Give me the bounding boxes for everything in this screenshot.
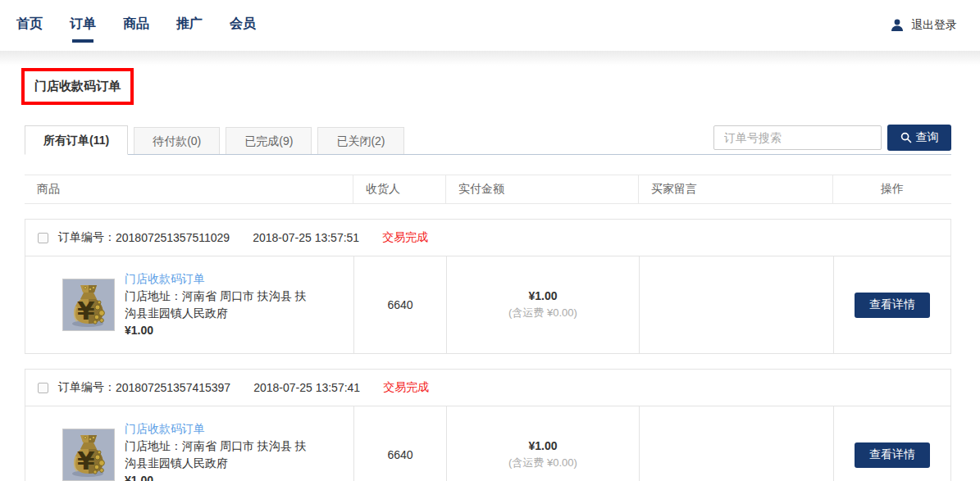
tabs-row: 所有订单(11) 待付款(0) 已完成(9) 已关闭(2) 查询 (25, 125, 951, 155)
action-cell: 查看详情 (833, 256, 950, 353)
active-underline (72, 39, 93, 43)
nav-item-products[interactable]: 商品 (123, 11, 149, 41)
order-search-input[interactable] (713, 125, 882, 150)
tab-pending-payment[interactable]: 待付款(0) (134, 127, 220, 154)
money-bag-icon: ¥ (63, 429, 114, 480)
top-header: 首页 订单 商品 推广 会员 退出登录 (0, 0, 980, 51)
nav-item-label: 会员 (230, 16, 256, 30)
order-search-group: 查询 (713, 125, 951, 151)
product-name-link[interactable]: 门店收款码订单 (125, 270, 317, 288)
shipping-fee-note: (含运费 ¥0.00) (508, 456, 577, 470)
order-header-row: 订单编号： 201807251357511029 2018-07-25 13:5… (25, 220, 950, 256)
order-header-row: 订单编号： 201807251357415397 2018-07-25 13:5… (25, 370, 950, 406)
logout-label: 退出登录 (911, 18, 957, 33)
order-body-row: ¥ 门店收款码订单 门店地址：河南省 周口市 扶沟县 扶沟县韭园镇人民政府 ¥1… (25, 406, 950, 481)
buyer-message-cell (639, 256, 833, 353)
product-info: 门店收款码订单 门店地址：河南省 周口市 扶沟县 扶沟县韭园镇人民政府 ¥1.0… (125, 420, 317, 481)
product-image: ¥ (62, 429, 115, 481)
product-price: ¥1.00 (125, 472, 317, 481)
paid-amount: ¥1.00 (528, 289, 557, 302)
paid-amount: ¥1.00 (528, 439, 557, 452)
product-cell: ¥ 门店收款码订单 门店地址：河南省 周口市 扶沟县 扶沟县韭园镇人民政府 ¥1… (25, 406, 353, 481)
order-number-label: 订单编号： (58, 230, 116, 245)
search-button-label: 查询 (916, 130, 939, 145)
order-datetime: 2018-07-25 13:57:41 (253, 381, 360, 394)
nav-item-orders[interactable]: 订单 (70, 11, 96, 41)
column-header-paid-amount: 实付金额 (445, 175, 638, 203)
column-header-buyer-message: 买家留言 (638, 175, 832, 203)
tab-closed[interactable]: 已关闭(2) (317, 127, 403, 154)
tab-all-orders[interactable]: 所有订单(11) (25, 125, 128, 155)
order-body-row: ¥ 门店收款码订单 门店地址：河南省 周口市 扶沟县 扶沟县韭园镇人民政府 ¥1… (25, 256, 950, 353)
product-info: 门店收款码订单 门店地址：河南省 周口市 扶沟县 扶沟县韭园镇人民政府 ¥1.0… (125, 270, 317, 339)
product-name-link[interactable]: 门店收款码订单 (125, 420, 317, 438)
svg-text:¥: ¥ (77, 446, 95, 475)
search-icon (900, 132, 912, 143)
nav-item-label: 商品 (123, 16, 149, 30)
receiver-cell: 6640 (353, 406, 446, 481)
page-title: 门店收款码订单 (34, 79, 121, 94)
order-status-badge: 交易完成 (382, 230, 428, 245)
order-status-badge: 交易完成 (383, 380, 429, 395)
order-number: 201807251357511029 (116, 231, 230, 244)
nav-item-home[interactable]: 首页 (16, 11, 43, 41)
logout-button[interactable]: 退出登录 (890, 18, 957, 33)
title-annotation-box: 门店收款码订单 (21, 68, 134, 105)
order-number-label: 订单编号： (58, 380, 116, 395)
paid-amount-cell: ¥1.00 (含运费 ¥0.00) (446, 406, 639, 481)
nav-item-label: 推广 (176, 16, 203, 30)
order-datetime: 2018-07-25 13:57:51 (253, 231, 359, 244)
buyer-message-cell (639, 406, 833, 481)
product-image: ¥ (62, 279, 115, 331)
column-header-product: 商品 (25, 175, 353, 203)
column-header-receiver: 收货人 (353, 175, 445, 203)
product-cell: ¥ 门店收款码订单 门店地址：河南省 周口市 扶沟县 扶沟县韭园镇人民政府 ¥1… (25, 256, 353, 353)
view-details-button[interactable]: 查看详情 (855, 442, 930, 468)
view-details-button[interactable]: 查看详情 (855, 293, 930, 318)
paid-amount-cell: ¥1.00 (含运费 ¥0.00) (446, 256, 639, 353)
order-block: 订单编号： 201807251357511029 2018-07-25 13:5… (25, 219, 951, 354)
nav-item-members[interactable]: 会员 (230, 11, 256, 41)
product-address: 门店地址：河南省 周口市 扶沟县 扶沟县韭园镇人民政府 (125, 438, 317, 472)
table-header-row: 商品 收货人 实付金额 买家留言 操作 (25, 175, 951, 204)
order-select-checkbox[interactable] (38, 383, 48, 393)
column-header-action: 操作 (832, 175, 951, 203)
tab-completed[interactable]: 已完成(9) (226, 127, 312, 154)
order-select-checkbox[interactable] (38, 233, 48, 243)
order-number: 201807251357415397 (116, 381, 230, 394)
order-block: 订单编号： 201807251357415397 2018-07-25 13:5… (25, 369, 951, 481)
nav-item-label: 订单 (70, 16, 96, 30)
action-cell: 查看详情 (833, 406, 950, 481)
money-bag-icon: ¥ (63, 279, 114, 330)
search-button[interactable]: 查询 (887, 125, 951, 151)
main-content: 门店收款码订单 所有订单(11) 待付款(0) 已完成(9) 已关闭(2) 查询… (0, 66, 980, 481)
product-price: ¥1.00 (125, 322, 317, 339)
product-address: 门店地址：河南省 周口市 扶沟县 扶沟县韭园镇人民政府 (125, 288, 317, 322)
svg-text:¥: ¥ (77, 296, 95, 325)
receiver-cell: 6640 (353, 256, 446, 353)
nav-item-label: 首页 (16, 16, 43, 30)
header-shadow (0, 51, 980, 66)
main-nav: 首页 订单 商品 推广 会员 (16, 11, 283, 41)
shipping-fee-note: (含运费 ¥0.00) (508, 306, 577, 320)
nav-item-promotion[interactable]: 推广 (176, 11, 203, 41)
person-icon (890, 18, 905, 33)
